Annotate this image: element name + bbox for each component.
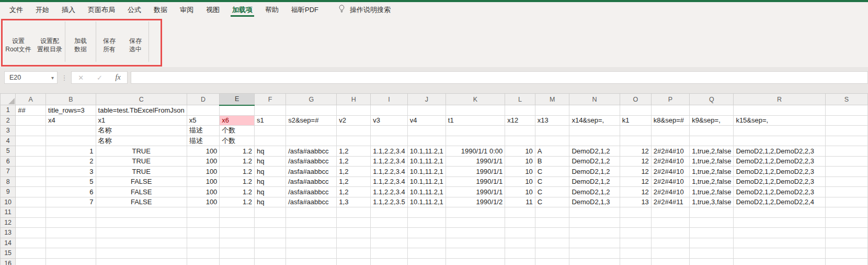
cell-R3[interactable] <box>734 126 826 136</box>
cell-I1[interactable] <box>371 105 407 116</box>
cell-N7[interactable]: DemoD2,1,2 <box>569 167 620 177</box>
cell-D12[interactable] <box>187 217 220 228</box>
cell-D10[interactable]: 100 <box>187 197 220 207</box>
cell-S1[interactable] <box>825 105 867 116</box>
cell-P2[interactable]: k8&sep=# <box>651 115 689 126</box>
cell-D6[interactable]: 100 <box>187 156 220 167</box>
cell-J4[interactable] <box>407 136 446 146</box>
cell-J10[interactable]: 10.1,11.2,1 <box>407 197 446 207</box>
cell-O7[interactable]: 12 <box>620 167 651 177</box>
ribbon-tab-1[interactable]: 开始 <box>29 2 55 17</box>
column-header-C[interactable]: C <box>96 94 187 105</box>
row-header-1[interactable]: 1 <box>1 105 16 116</box>
cell-Q8[interactable]: 1,true,2,false <box>690 176 734 187</box>
row-header-3[interactable]: 3 <box>1 126 16 136</box>
cell-R14[interactable] <box>734 238 826 248</box>
column-header-G[interactable]: G <box>286 94 337 105</box>
cell-Q10[interactable]: 1,true,3,false <box>690 197 734 207</box>
cell-M3[interactable] <box>535 126 569 136</box>
cell-G13[interactable] <box>286 228 337 238</box>
cell-B16[interactable] <box>46 258 96 265</box>
cell-M15[interactable] <box>535 248 569 259</box>
cell-N10[interactable]: DemoD2,1,3 <box>569 197 620 207</box>
cell-O9[interactable]: 12 <box>620 187 651 197</box>
cell-A8[interactable] <box>16 176 46 187</box>
cell-F9[interactable]: hq <box>254 187 285 197</box>
cell-H9[interactable]: 1,2 <box>337 187 371 197</box>
cell-E8[interactable]: 1.2 <box>220 176 255 187</box>
cell-R1[interactable] <box>734 105 826 116</box>
set-config-root-dir-button[interactable]: 设置配置根目录 <box>35 17 65 67</box>
cell-H1[interactable] <box>337 105 371 116</box>
column-header-M[interactable]: M <box>535 94 569 105</box>
cell-J15[interactable] <box>407 248 446 259</box>
cell-K13[interactable] <box>446 228 505 238</box>
cell-C6[interactable]: TRUE <box>96 156 187 167</box>
cell-F3[interactable] <box>254 126 285 136</box>
cell-M10[interactable]: C <box>535 197 569 207</box>
ribbon-tab-10[interactable]: 福昕PDF <box>285 2 325 17</box>
cell-O1[interactable] <box>620 105 651 116</box>
row-header-16[interactable]: 16 <box>1 258 16 265</box>
cell-H8[interactable]: 1,2 <box>337 176 371 187</box>
cell-C14[interactable] <box>96 238 187 248</box>
cell-E13[interactable] <box>220 228 255 238</box>
cell-O5[interactable]: 12 <box>620 146 651 157</box>
cell-C5[interactable]: TRUE <box>96 146 187 157</box>
column-header-D[interactable]: D <box>187 94 220 105</box>
cell-Q4[interactable] <box>690 136 734 146</box>
cell-D11[interactable] <box>187 207 220 218</box>
cell-N15[interactable] <box>569 248 620 259</box>
insert-function-icon[interactable]: fx <box>116 73 121 82</box>
cell-K7[interactable]: 1990/1/1 <box>446 167 505 177</box>
cell-A10[interactable] <box>16 197 46 207</box>
cell-H12[interactable] <box>337 217 371 228</box>
cell-E1[interactable] <box>220 105 255 116</box>
cell-B8[interactable]: 5 <box>46 176 96 187</box>
cell-N16[interactable] <box>569 258 620 265</box>
cell-Q6[interactable]: 1,true,2,false <box>690 156 734 167</box>
cell-I16[interactable] <box>371 258 407 265</box>
cell-F4[interactable] <box>254 136 285 146</box>
cell-H13[interactable] <box>337 228 371 238</box>
cell-B14[interactable] <box>46 238 96 248</box>
cell-D15[interactable] <box>187 248 220 259</box>
cell-P3[interactable] <box>651 126 689 136</box>
cell-G10[interactable]: /asfa#aabbcc <box>286 197 337 207</box>
cell-Q13[interactable] <box>690 228 734 238</box>
cell-I3[interactable] <box>371 126 407 136</box>
cell-R9[interactable]: DemoD2,1,2,DemoD2,2,3 <box>734 187 826 197</box>
cell-D7[interactable]: 100 <box>187 167 220 177</box>
cell-P14[interactable] <box>651 238 689 248</box>
cell-B11[interactable] <box>46 207 96 218</box>
cell-H10[interactable]: 1,3 <box>337 197 371 207</box>
cell-L12[interactable] <box>505 217 535 228</box>
cell-H15[interactable] <box>337 248 371 259</box>
cell-S9[interactable] <box>825 187 867 197</box>
cell-K10[interactable]: 1990/1/2 <box>446 197 505 207</box>
cell-G16[interactable] <box>286 258 337 265</box>
cell-B4[interactable] <box>46 136 96 146</box>
cell-R8[interactable]: DemoD2,1,2,DemoD2,2,3 <box>734 176 826 187</box>
cell-M11[interactable] <box>535 207 569 218</box>
cell-N11[interactable] <box>569 207 620 218</box>
cell-J8[interactable]: 10.1,11.2,1 <box>407 176 446 187</box>
cell-G3[interactable] <box>286 126 337 136</box>
cell-L5[interactable]: 10 <box>505 146 535 157</box>
row-header-9[interactable]: 9 <box>1 187 16 197</box>
cell-N8[interactable]: DemoD2,1,2 <box>569 176 620 187</box>
cell-L14[interactable] <box>505 238 535 248</box>
cell-G6[interactable]: /asfa#aabbcc <box>286 156 337 167</box>
cell-R16[interactable] <box>734 258 826 265</box>
cell-F8[interactable]: hq <box>254 176 285 187</box>
cell-A9[interactable] <box>16 187 46 197</box>
cell-D9[interactable]: 100 <box>187 187 220 197</box>
cell-I6[interactable]: 1.1,2.2,3.4 <box>371 156 407 167</box>
cell-P10[interactable]: 2#2#4#11 <box>651 197 689 207</box>
cell-S12[interactable] <box>825 217 867 228</box>
cell-P16[interactable] <box>651 258 689 265</box>
cell-O12[interactable] <box>620 217 651 228</box>
cell-M1[interactable] <box>535 105 569 116</box>
row-header-7[interactable]: 7 <box>1 167 16 177</box>
column-header-R[interactable]: R <box>734 94 826 105</box>
